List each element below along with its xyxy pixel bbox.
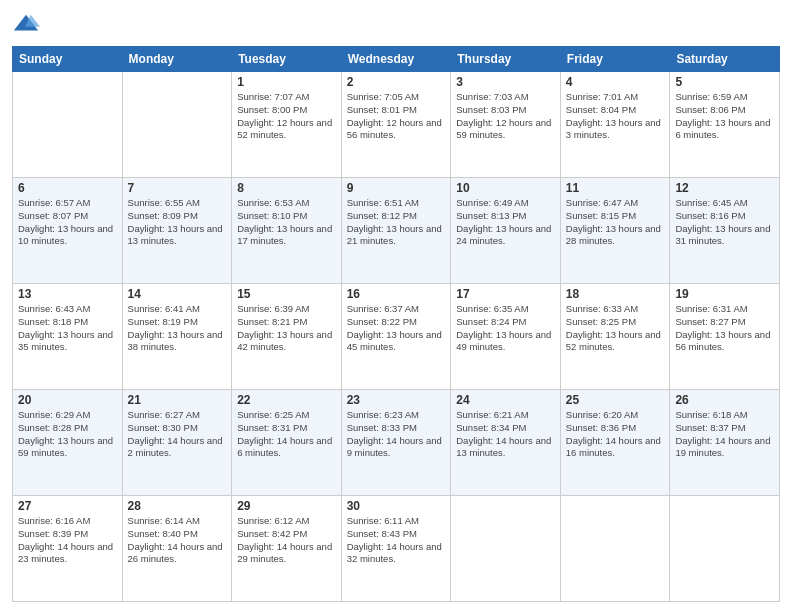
day-number: 28 [128,499,227,513]
calendar-cell: 20Sunrise: 6:29 AM Sunset: 8:28 PM Dayli… [13,390,123,496]
calendar-cell: 2Sunrise: 7:05 AM Sunset: 8:01 PM Daylig… [341,72,451,178]
header-row: SundayMondayTuesdayWednesdayThursdayFrid… [13,47,780,72]
weekday-header: Saturday [670,47,780,72]
calendar-cell [451,496,561,602]
calendar-cell: 30Sunrise: 6:11 AM Sunset: 8:43 PM Dayli… [341,496,451,602]
logo [12,10,44,38]
calendar-cell: 23Sunrise: 6:23 AM Sunset: 8:33 PM Dayli… [341,390,451,496]
calendar-cell: 22Sunrise: 6:25 AM Sunset: 8:31 PM Dayli… [232,390,342,496]
day-info: Sunrise: 6:53 AM Sunset: 8:10 PM Dayligh… [237,197,336,248]
day-info: Sunrise: 6:39 AM Sunset: 8:21 PM Dayligh… [237,303,336,354]
calendar-cell: 28Sunrise: 6:14 AM Sunset: 8:40 PM Dayli… [122,496,232,602]
calendar-cell: 7Sunrise: 6:55 AM Sunset: 8:09 PM Daylig… [122,178,232,284]
calendar-cell: 15Sunrise: 6:39 AM Sunset: 8:21 PM Dayli… [232,284,342,390]
day-info: Sunrise: 6:57 AM Sunset: 8:07 PM Dayligh… [18,197,117,248]
calendar-cell: 21Sunrise: 6:27 AM Sunset: 8:30 PM Dayli… [122,390,232,496]
weekday-header: Thursday [451,47,561,72]
day-number: 30 [347,499,446,513]
day-number: 17 [456,287,555,301]
day-number: 1 [237,75,336,89]
day-info: Sunrise: 7:05 AM Sunset: 8:01 PM Dayligh… [347,91,446,142]
day-number: 16 [347,287,446,301]
calendar-week-row: 20Sunrise: 6:29 AM Sunset: 8:28 PM Dayli… [13,390,780,496]
day-number: 3 [456,75,555,89]
day-number: 19 [675,287,774,301]
day-number: 23 [347,393,446,407]
day-info: Sunrise: 6:41 AM Sunset: 8:19 PM Dayligh… [128,303,227,354]
calendar-week-row: 6Sunrise: 6:57 AM Sunset: 8:07 PM Daylig… [13,178,780,284]
day-number: 10 [456,181,555,195]
calendar-cell: 9Sunrise: 6:51 AM Sunset: 8:12 PM Daylig… [341,178,451,284]
day-info: Sunrise: 6:29 AM Sunset: 8:28 PM Dayligh… [18,409,117,460]
day-number: 7 [128,181,227,195]
calendar-cell: 6Sunrise: 6:57 AM Sunset: 8:07 PM Daylig… [13,178,123,284]
calendar-week-row: 1Sunrise: 7:07 AM Sunset: 8:00 PM Daylig… [13,72,780,178]
day-info: Sunrise: 6:12 AM Sunset: 8:42 PM Dayligh… [237,515,336,566]
day-info: Sunrise: 6:59 AM Sunset: 8:06 PM Dayligh… [675,91,774,142]
calendar-cell: 14Sunrise: 6:41 AM Sunset: 8:19 PM Dayli… [122,284,232,390]
calendar-cell: 16Sunrise: 6:37 AM Sunset: 8:22 PM Dayli… [341,284,451,390]
calendar-cell: 3Sunrise: 7:03 AM Sunset: 8:03 PM Daylig… [451,72,561,178]
day-info: Sunrise: 6:43 AM Sunset: 8:18 PM Dayligh… [18,303,117,354]
calendar-cell: 5Sunrise: 6:59 AM Sunset: 8:06 PM Daylig… [670,72,780,178]
calendar-cell: 29Sunrise: 6:12 AM Sunset: 8:42 PM Dayli… [232,496,342,602]
weekday-header: Tuesday [232,47,342,72]
day-info: Sunrise: 6:55 AM Sunset: 8:09 PM Dayligh… [128,197,227,248]
day-number: 2 [347,75,446,89]
day-number: 15 [237,287,336,301]
calendar-cell: 25Sunrise: 6:20 AM Sunset: 8:36 PM Dayli… [560,390,670,496]
day-number: 27 [18,499,117,513]
day-info: Sunrise: 6:33 AM Sunset: 8:25 PM Dayligh… [566,303,665,354]
calendar-table: SundayMondayTuesdayWednesdayThursdayFrid… [12,46,780,602]
day-info: Sunrise: 6:51 AM Sunset: 8:12 PM Dayligh… [347,197,446,248]
header [12,10,780,38]
day-number: 29 [237,499,336,513]
calendar-cell: 19Sunrise: 6:31 AM Sunset: 8:27 PM Dayli… [670,284,780,390]
day-number: 18 [566,287,665,301]
weekday-header: Sunday [13,47,123,72]
calendar-cell: 24Sunrise: 6:21 AM Sunset: 8:34 PM Dayli… [451,390,561,496]
day-info: Sunrise: 6:11 AM Sunset: 8:43 PM Dayligh… [347,515,446,566]
day-number: 5 [675,75,774,89]
day-info: Sunrise: 7:01 AM Sunset: 8:04 PM Dayligh… [566,91,665,142]
day-number: 4 [566,75,665,89]
calendar-page: SundayMondayTuesdayWednesdayThursdayFrid… [0,0,792,612]
day-info: Sunrise: 6:45 AM Sunset: 8:16 PM Dayligh… [675,197,774,248]
day-number: 21 [128,393,227,407]
day-number: 25 [566,393,665,407]
logo-icon [12,10,40,38]
day-info: Sunrise: 6:37 AM Sunset: 8:22 PM Dayligh… [347,303,446,354]
day-number: 11 [566,181,665,195]
day-number: 14 [128,287,227,301]
day-info: Sunrise: 6:23 AM Sunset: 8:33 PM Dayligh… [347,409,446,460]
calendar-cell [560,496,670,602]
weekday-header: Friday [560,47,670,72]
calendar-cell: 26Sunrise: 6:18 AM Sunset: 8:37 PM Dayli… [670,390,780,496]
day-number: 9 [347,181,446,195]
weekday-header: Monday [122,47,232,72]
calendar-cell: 8Sunrise: 6:53 AM Sunset: 8:10 PM Daylig… [232,178,342,284]
day-info: Sunrise: 6:16 AM Sunset: 8:39 PM Dayligh… [18,515,117,566]
day-info: Sunrise: 7:07 AM Sunset: 8:00 PM Dayligh… [237,91,336,142]
day-number: 22 [237,393,336,407]
day-number: 6 [18,181,117,195]
day-info: Sunrise: 6:31 AM Sunset: 8:27 PM Dayligh… [675,303,774,354]
day-info: Sunrise: 7:03 AM Sunset: 8:03 PM Dayligh… [456,91,555,142]
weekday-header: Wednesday [341,47,451,72]
day-info: Sunrise: 6:49 AM Sunset: 8:13 PM Dayligh… [456,197,555,248]
day-info: Sunrise: 6:47 AM Sunset: 8:15 PM Dayligh… [566,197,665,248]
calendar-cell: 12Sunrise: 6:45 AM Sunset: 8:16 PM Dayli… [670,178,780,284]
calendar-cell: 13Sunrise: 6:43 AM Sunset: 8:18 PM Dayli… [13,284,123,390]
day-info: Sunrise: 6:25 AM Sunset: 8:31 PM Dayligh… [237,409,336,460]
day-info: Sunrise: 6:35 AM Sunset: 8:24 PM Dayligh… [456,303,555,354]
calendar-cell: 11Sunrise: 6:47 AM Sunset: 8:15 PM Dayli… [560,178,670,284]
calendar-cell [670,496,780,602]
day-number: 24 [456,393,555,407]
calendar-cell: 10Sunrise: 6:49 AM Sunset: 8:13 PM Dayli… [451,178,561,284]
calendar-week-row: 27Sunrise: 6:16 AM Sunset: 8:39 PM Dayli… [13,496,780,602]
day-number: 26 [675,393,774,407]
day-number: 20 [18,393,117,407]
calendar-cell [13,72,123,178]
day-info: Sunrise: 6:27 AM Sunset: 8:30 PM Dayligh… [128,409,227,460]
calendar-cell: 1Sunrise: 7:07 AM Sunset: 8:00 PM Daylig… [232,72,342,178]
